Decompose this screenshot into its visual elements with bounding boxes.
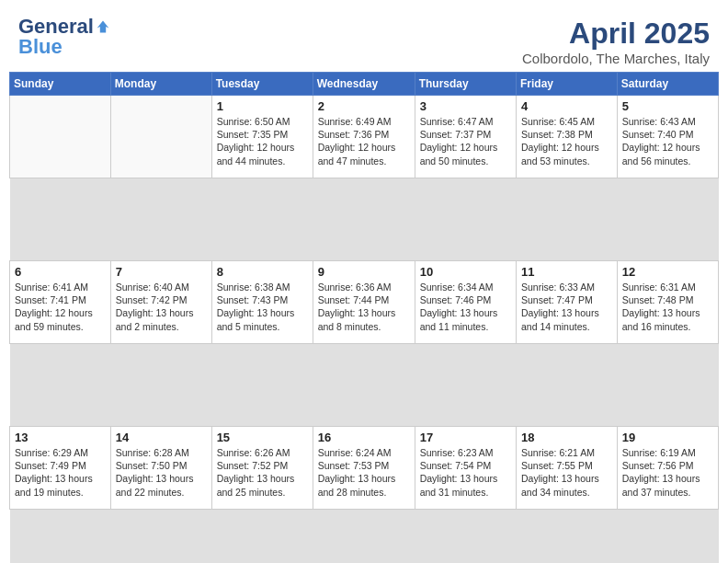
day-info: Sunrise: 6:19 AM Sunset: 7:56 PM Dayligh… [622,446,713,499]
day-info: Sunrise: 6:28 AM Sunset: 7:50 PM Dayligh… [116,446,207,499]
weekday-header-tuesday: Tuesday [211,73,313,96]
calendar-day [10,96,111,178]
day-info: Sunrise: 6:23 AM Sunset: 7:54 PM Dayligh… [420,446,511,499]
day-number: 9 [318,265,410,279]
day-info: Sunrise: 6:40 AM Sunset: 7:42 PM Dayligh… [116,281,207,333]
logo: General Blue [18,17,110,57]
month-title: April 2025 [522,17,710,51]
day-number: 1 [217,99,308,113]
day-info: Sunrise: 6:31 AM Sunset: 7:48 PM Dayligh… [622,281,713,333]
day-number: 6 [15,265,106,279]
calendar-table: SundayMondayTuesdayWednesdayThursdayFrid… [9,72,719,563]
day-info: Sunrise: 6:29 AM Sunset: 7:49 PM Dayligh… [15,446,106,499]
day-number: 4 [521,99,612,113]
day-info: Sunrise: 6:47 AM Sunset: 7:37 PM Dayligh… [420,115,511,167]
calendar-week-3: 13Sunrise: 6:29 AM Sunset: 7:49 PM Dayli… [10,427,719,510]
weekday-header-sunday: Sunday [10,73,111,96]
weekday-header-thursday: Thursday [415,73,516,96]
weekday-header-friday: Friday [517,73,618,96]
calendar-day: 8Sunrise: 6:38 AM Sunset: 7:43 PM Daylig… [211,261,313,344]
day-number: 15 [217,431,308,444]
calendar-day: 14Sunrise: 6:28 AM Sunset: 7:50 PM Dayli… [110,427,211,510]
calendar-day: 4Sunrise: 6:45 AM Sunset: 7:38 PM Daylig… [517,96,618,178]
day-number: 5 [622,99,713,113]
weekday-header-saturday: Saturday [617,73,718,96]
calendar-day: 17Sunrise: 6:23 AM Sunset: 7:54 PM Dayli… [415,427,516,510]
calendar-week-1: 1Sunrise: 6:50 AM Sunset: 7:35 PM Daylig… [10,96,719,178]
location-subtitle: Colbordolo, The Marches, Italy [522,51,710,66]
calendar-day: 16Sunrise: 6:24 AM Sunset: 7:53 PM Dayli… [313,427,415,510]
day-number: 7 [116,265,207,279]
weekday-header-monday: Monday [110,73,211,96]
day-number: 13 [15,431,106,444]
day-info: Sunrise: 6:26 AM Sunset: 7:52 PM Dayligh… [217,446,308,499]
day-number: 16 [318,431,410,444]
day-number: 2 [318,99,410,113]
week-separator [10,178,719,261]
day-info: Sunrise: 6:49 AM Sunset: 7:36 PM Dayligh… [318,115,410,167]
weekday-header-wednesday: Wednesday [313,73,415,96]
week-separator [10,344,719,427]
calendar-day: 6Sunrise: 6:41 AM Sunset: 7:41 PM Daylig… [10,261,111,344]
day-info: Sunrise: 6:45 AM Sunset: 7:38 PM Dayligh… [521,115,612,167]
day-info: Sunrise: 6:36 AM Sunset: 7:44 PM Dayligh… [318,281,410,333]
calendar-day: 3Sunrise: 6:47 AM Sunset: 7:37 PM Daylig… [415,96,516,178]
day-number: 12 [622,265,713,279]
day-info: Sunrise: 6:33 AM Sunset: 7:47 PM Dayligh… [521,281,612,333]
title-block: April 2025 Colbordolo, The Marches, Ital… [522,17,710,66]
week-separator [10,510,719,564]
calendar-day [110,96,211,178]
page-header: General Blue April 2025 Colbordolo, The … [9,9,719,72]
calendar-day: 7Sunrise: 6:40 AM Sunset: 7:42 PM Daylig… [110,261,211,344]
day-info: Sunrise: 6:34 AM Sunset: 7:46 PM Dayligh… [420,281,511,333]
day-number: 14 [116,431,207,444]
day-info: Sunrise: 6:24 AM Sunset: 7:53 PM Dayligh… [318,446,410,499]
day-number: 3 [420,99,511,113]
day-info: Sunrise: 6:38 AM Sunset: 7:43 PM Dayligh… [217,281,308,333]
logo-general-text: General [18,17,94,37]
logo-blue-text: Blue [18,37,63,57]
svg-marker-0 [97,21,109,33]
day-number: 10 [420,265,511,279]
calendar-day: 19Sunrise: 6:19 AM Sunset: 7:56 PM Dayli… [617,427,718,510]
day-number: 11 [521,265,612,279]
day-info: Sunrise: 6:43 AM Sunset: 7:40 PM Dayligh… [622,115,713,167]
calendar-week-2: 6Sunrise: 6:41 AM Sunset: 7:41 PM Daylig… [10,261,719,344]
day-number: 8 [217,265,308,279]
calendar-day: 9Sunrise: 6:36 AM Sunset: 7:44 PM Daylig… [313,261,415,344]
calendar-day: 2Sunrise: 6:49 AM Sunset: 7:36 PM Daylig… [313,96,415,178]
calendar-day: 10Sunrise: 6:34 AM Sunset: 7:46 PM Dayli… [415,261,516,344]
calendar-day: 5Sunrise: 6:43 AM Sunset: 7:40 PM Daylig… [617,96,718,178]
calendar-day: 1Sunrise: 6:50 AM Sunset: 7:35 PM Daylig… [211,96,313,178]
day-info: Sunrise: 6:50 AM Sunset: 7:35 PM Dayligh… [217,115,308,167]
calendar-day: 15Sunrise: 6:26 AM Sunset: 7:52 PM Dayli… [211,427,313,510]
calendar-day: 18Sunrise: 6:21 AM Sunset: 7:55 PM Dayli… [517,427,618,510]
day-info: Sunrise: 6:41 AM Sunset: 7:41 PM Dayligh… [15,281,106,333]
calendar-day: 12Sunrise: 6:31 AM Sunset: 7:48 PM Dayli… [617,261,718,344]
weekday-header-row: SundayMondayTuesdayWednesdayThursdayFrid… [10,73,719,96]
logo-icon [96,19,110,34]
day-number: 19 [622,431,713,444]
day-number: 18 [521,431,612,444]
calendar-day: 11Sunrise: 6:33 AM Sunset: 7:47 PM Dayli… [517,261,618,344]
day-number: 17 [420,431,511,444]
calendar-day: 13Sunrise: 6:29 AM Sunset: 7:49 PM Dayli… [10,427,111,510]
day-info: Sunrise: 6:21 AM Sunset: 7:55 PM Dayligh… [521,446,612,499]
